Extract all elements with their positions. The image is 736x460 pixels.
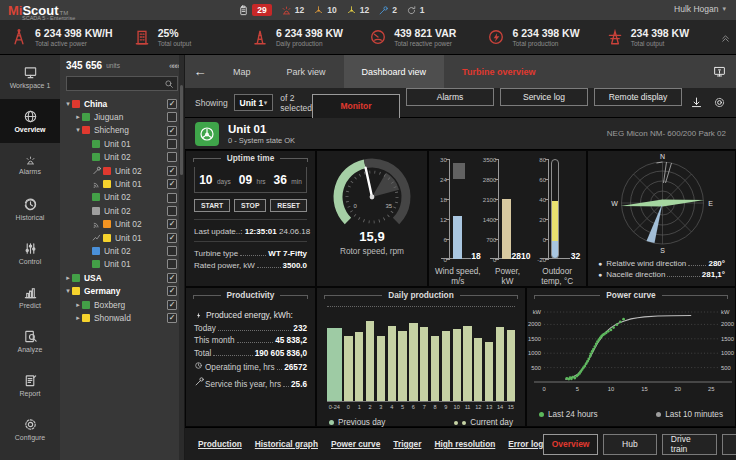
notification-counter[interactable]: 12 — [346, 5, 369, 16]
tree-item-germany[interactable]: ▾Germany✓ — [60, 284, 184, 297]
chevron-right-icon[interactable]: ▸ — [74, 314, 82, 322]
chevron-down-icon[interactable]: ▾ — [74, 126, 82, 134]
kpi-value: 6 234 398 KW/H — [35, 27, 113, 39]
tree-item-checkbox[interactable] — [167, 152, 177, 162]
tree-item-unit-01[interactable]: Unit 01✓ — [60, 177, 184, 190]
screen-share-icon[interactable] — [713, 65, 726, 78]
tree-item-checkbox[interactable] — [167, 259, 177, 269]
tree-item-jiuguan[interactable]: ▸Jiuguan — [60, 110, 184, 123]
tree-item-unit-01[interactable]: Unit 01✓ — [60, 231, 184, 244]
tree-item-unit-02[interactable]: Unit 02 — [60, 244, 184, 257]
view-tab-dashboard-view[interactable]: Dashboard view — [344, 55, 445, 88]
tab-alarms[interactable]: Alarms — [406, 88, 494, 106]
chevron-down-icon[interactable]: ▾ — [64, 100, 72, 108]
stop-button[interactable]: STOP — [234, 199, 266, 212]
link-power-curve[interactable]: Power curve — [331, 439, 380, 449]
tree-item-checkbox[interactable] — [167, 246, 177, 256]
link-production[interactable]: Production — [198, 439, 242, 449]
tree-item-unit-02[interactable]: Unit 02✓ — [60, 218, 184, 231]
tab-overview[interactable]: Overview — [543, 434, 597, 455]
tree-search-input[interactable] — [67, 79, 164, 88]
tree-item-checkbox[interactable]: ✓ — [167, 179, 177, 189]
clock-icon — [194, 361, 205, 370]
sidebar-item-analyze[interactable]: Analyze — [0, 319, 60, 363]
tab-drive-train[interactable]: Drive train — [662, 434, 717, 455]
tree-item-checkbox[interactable]: ✓ — [167, 313, 177, 323]
kpi-value: 25% — [158, 27, 192, 39]
notification-counter[interactable]: 29 — [238, 4, 271, 16]
sidebar-item-alarms[interactable]: Alarms — [0, 143, 60, 187]
chevron-right-icon[interactable]: ▸ — [74, 301, 82, 309]
link-historical-graph[interactable]: Historical graph — [255, 439, 318, 449]
sidebar-item-predict[interactable]: Predict — [0, 275, 60, 319]
tree-item-boxberg[interactable]: ▸Boxberg✓ — [60, 298, 184, 311]
view-tab-park-view[interactable]: Park view — [269, 55, 344, 88]
sidebar-item-overview[interactable]: Overview — [0, 99, 60, 143]
kpi-total-output: 234 398 KWTotal output — [596, 20, 714, 54]
link-high-resolution[interactable]: High resolution — [434, 439, 495, 449]
tree-item-unit-02[interactable]: Unit 02 — [60, 204, 184, 217]
thermo-base — [552, 241, 558, 258]
kpi-label: Total reactive power — [394, 40, 456, 47]
tree-item-checkbox[interactable]: ✓ — [167, 99, 177, 109]
tree-item-checkbox[interactable] — [167, 193, 177, 203]
sidebar-item-configure[interactable]: Configure — [0, 407, 60, 451]
tree-item-checkbox[interactable]: ✓ — [167, 166, 177, 176]
search-icon[interactable] — [164, 79, 174, 89]
notification-counter[interactable]: 12 — [281, 5, 304, 16]
start-button[interactable]: START — [194, 199, 230, 212]
tab-monitor[interactable]: Monitor — [312, 94, 400, 118]
notification-counter[interactable]: 2 — [378, 5, 397, 16]
tree-item-checkbox[interactable] — [167, 112, 177, 122]
kpi-value: 234 398 KW — [631, 27, 689, 39]
tree-item-shonwald[interactable]: ▸Shonwald✓ — [60, 311, 184, 324]
svg-text:25: 25 — [708, 386, 714, 392]
tree-item-checkbox[interactable]: ✓ — [167, 126, 177, 136]
tree-item-shicheng[interactable]: ▾Shicheng✓ — [60, 124, 184, 137]
tab-service-log[interactable]: Service log — [500, 88, 588, 106]
tab-grid[interactable]: Grid — [722, 434, 736, 455]
view-tab-turbine-overview[interactable]: Turbine overview — [444, 55, 553, 88]
sidebar-item-workspace-1[interactable]: Workspace 1 — [0, 55, 60, 99]
sidebar-item-report[interactable]: Report — [0, 363, 60, 407]
bar-x-label: 4 — [388, 404, 396, 410]
tree-item-checkbox[interactable]: ✓ — [167, 300, 177, 310]
tree-item-unit-02[interactable]: Unit 02 — [60, 191, 184, 204]
analyze-icon — [23, 329, 38, 344]
tree-item-unit-02[interactable]: Unit 02✓ — [60, 164, 184, 177]
chevron-right-icon[interactable]: ▸ — [74, 113, 82, 121]
tree-item-checkbox[interactable]: ✓ — [167, 286, 177, 296]
link-error-log[interactable]: Error log — [508, 439, 543, 449]
link-trigger[interactable]: Trigger — [393, 439, 421, 449]
chevrons-up-icon[interactable] — [714, 32, 736, 43]
view-tab-map[interactable]: Map — [215, 55, 269, 88]
chevron-down-icon[interactable]: ▾ — [64, 287, 72, 295]
tree-item-checkbox[interactable]: ✓ — [167, 273, 177, 283]
tree-items: ▾China✓▸Jiuguan▾Shicheng✓Unit 01Unit 02U… — [60, 97, 184, 325]
tree-item-unit-02[interactable]: Unit 02 — [60, 151, 184, 164]
reset-button[interactable]: RESET — [270, 199, 307, 212]
download-icon[interactable] — [690, 96, 703, 109]
tree-item-checkbox[interactable] — [167, 206, 177, 216]
svg-text:500: 500 — [531, 365, 541, 371]
tab-hub[interactable]: Hub — [603, 434, 657, 455]
tree-item-unit-01[interactable]: Unit 01 — [60, 137, 184, 150]
notification-counter[interactable]: 1 — [406, 5, 425, 16]
tab-remote-display[interactable]: Remote display — [594, 88, 682, 106]
tree-item-unit-01[interactable]: Unit 01 — [60, 258, 184, 271]
tree-item-checkbox[interactable]: ✓ — [167, 219, 177, 229]
sidebar-item-control[interactable]: Control — [0, 231, 60, 275]
collapse-panel-button[interactable]: ««« — [169, 61, 178, 71]
tree-item-usa[interactable]: ▸USA✓ — [60, 271, 184, 284]
user-menu[interactable]: Hulk Hogan ▾ — [674, 4, 726, 14]
back-button[interactable]: ← — [185, 64, 215, 79]
tree-scrollbar[interactable] — [179, 55, 184, 460]
chevron-right-icon[interactable]: ▸ — [64, 274, 72, 282]
tree-item-checkbox[interactable]: ✓ — [167, 233, 177, 243]
settings-gear-icon[interactable] — [713, 96, 726, 109]
tree-item-china[interactable]: ▾China✓ — [60, 97, 184, 110]
tree-item-checkbox[interactable] — [167, 139, 177, 149]
notification-counter[interactable]: 10 — [313, 5, 336, 16]
sidebar-item-historical[interactable]: Historical — [0, 187, 60, 231]
unit-select[interactable]: Unit 1 ▾ — [234, 94, 274, 111]
